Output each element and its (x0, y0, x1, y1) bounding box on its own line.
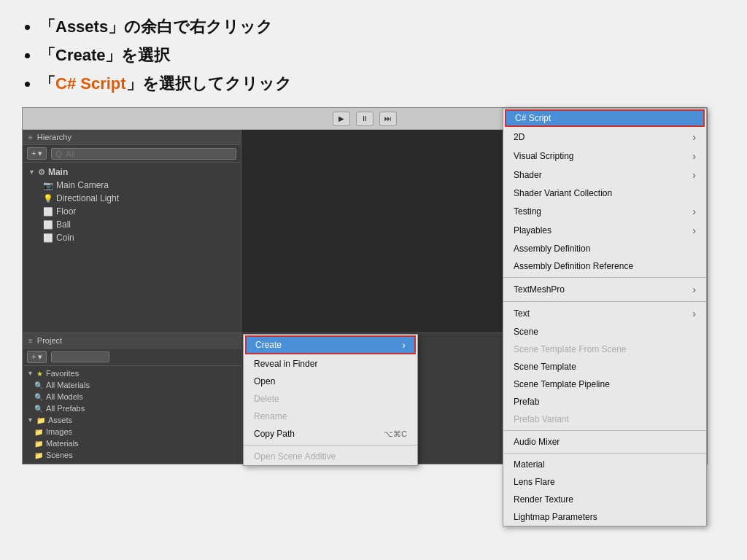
tree-label-main-camera: Main Camera (56, 180, 109, 190)
menu-item-audio-mixer[interactable]: Audio Mixer (503, 433, 706, 451)
menu-prefab-variant-label: Prefab Variant (514, 414, 569, 424)
menu-item-scene-template-pipeline[interactable]: Scene Template Pipeline (503, 376, 706, 393)
menu-item-scene-template[interactable]: Scene Template (503, 358, 706, 376)
scene-icon-light: 💡 (43, 194, 53, 203)
project-search[interactable] (51, 351, 109, 362)
project-all-materials[interactable]: 🔍 All Materials (23, 379, 241, 391)
menu-item-assembly-def[interactable]: Assembly Definition (503, 240, 706, 257)
menu-item-playables[interactable]: Playables (503, 221, 706, 240)
menu-item-scene[interactable]: Scene (503, 323, 706, 341)
menu-item-text[interactable]: Text (503, 304, 706, 323)
menu-item-lightmap[interactable]: Lightmap Parameters (503, 508, 706, 526)
menu-open-label: Open (254, 376, 275, 386)
menu-rename-label: Rename (254, 411, 287, 421)
project-all-prefabs[interactable]: 🔍 All Prefabs (23, 402, 241, 414)
menu-item-2d[interactable]: 2D (503, 128, 706, 147)
tree-label-floor: Floor (56, 206, 76, 217)
hamburger-icon: ≡ (28, 133, 33, 141)
menu-item-testing[interactable]: Testing (503, 202, 706, 221)
menu-audio-mixer-label: Audio Mixer (514, 437, 560, 447)
step-button[interactable]: ⏭ (379, 112, 397, 126)
context-menu-main: C# Script 2D Visual Scripting Shader Sha… (503, 108, 707, 526)
menu-item-shader[interactable]: Shader (503, 166, 706, 184)
menu-2d-label: 2D (514, 132, 525, 142)
menu-csharp-label: C# Script (515, 113, 551, 123)
instruction-3: 「C# Script」を選択してクリック (39, 71, 725, 96)
project-tree: ▼ ★ Favorites 🔍 All Materials 🔍 All Mode… (23, 366, 241, 464)
menu-sep-audio (503, 430, 706, 431)
menu-item-prefab[interactable]: Prefab (503, 393, 706, 411)
project-assets-root[interactable]: ▼ 📁 Assets (23, 414, 241, 426)
menu-item-lens-flare[interactable]: Lens Flare (503, 473, 706, 491)
menu-scene-template-from-label: Scene Template From Scene (514, 344, 627, 354)
menu-item-reveal[interactable]: Reveal in Finder (244, 355, 417, 373)
tree-label-main: Main (48, 167, 68, 177)
scene-icon-coin: ⬜ (43, 233, 53, 243)
project-title: Project (37, 336, 62, 345)
menu-item-assembly-def-ref[interactable]: Assembly Definition Reference (503, 257, 706, 275)
assets-arrow: ▼ (27, 416, 34, 424)
favorites-arrow: ▼ (27, 370, 34, 377)
menu-material-label: Material (514, 459, 545, 470)
menu-delete-label: Delete (254, 394, 279, 404)
project-materials[interactable]: 📁 Materials (23, 438, 241, 449)
menu-item-rename: Rename (244, 408, 417, 425)
hierarchy-item-coin[interactable]: ⬜ Coin (23, 231, 241, 244)
hierarchy-item-directional-light[interactable]: 💡 Directional Light (23, 192, 241, 205)
menu-item-shader-variant[interactable]: Shader Variant Collection (503, 184, 706, 202)
menu-visual-scripting-label: Visual Scripting (514, 151, 574, 161)
hierarchy-item-main[interactable]: ▼ ⚙ Main (23, 166, 241, 179)
all-models-label: All Models (46, 392, 83, 401)
hierarchy-item-main-camera[interactable]: 📷 Main Camera (23, 179, 241, 192)
menu-shader-variant-label: Shader Variant Collection (514, 188, 612, 198)
menu-shader-label: Shader (514, 170, 542, 180)
instruction-2: 「Create」を選択 (39, 43, 725, 67)
menu-item-textmeshpro[interactable]: TextMeshPro (503, 280, 706, 299)
menu-item-open[interactable]: Open (244, 373, 417, 390)
menu-item-csharp[interactable]: C# Script (505, 109, 705, 127)
assets-root-label: Assets (48, 416, 72, 424)
hierarchy-tree: ▼ ⚙ Main 📷 Main Camera 💡 Directional Lig… (23, 163, 241, 332)
hierarchy-item-floor[interactable]: ⬜ Floor (23, 205, 241, 218)
menu-item-visual-scripting[interactable]: Visual Scripting (503, 147, 706, 166)
project-add-button[interactable]: + ▾ (27, 351, 47, 363)
project-images[interactable]: 📁 Images (23, 426, 241, 438)
project-panel: ≡ Project + ▾ ▼ ★ Favorites 🔍 All Materi… (23, 333, 241, 464)
scene-icon-camera: 📷 (43, 181, 53, 190)
hierarchy-header: ≡ Hierarchy (23, 130, 241, 145)
menu-reveal-label: Reveal in Finder (254, 359, 317, 369)
project-all-models[interactable]: 🔍 All Models (23, 391, 241, 402)
scene-icon-floor: ⬜ (43, 207, 53, 217)
play-button[interactable]: ▶ (333, 112, 350, 126)
hierarchy-item-ball[interactable]: ⬜ Ball (23, 218, 241, 231)
all-prefabs-label: All Prefabs (46, 404, 85, 413)
menu-item-prefab-variant: Prefab Variant (503, 411, 706, 428)
menu-lightmap-label: Lightmap Parameters (514, 512, 597, 522)
pause-button[interactable]: ⏸ (356, 112, 374, 126)
instruction-1: 「Assets」の余白で右クリック (39, 15, 725, 39)
menu-separator-1 (244, 445, 417, 446)
hierarchy-add-button[interactable]: + ▾ (27, 147, 47, 160)
project-favorites[interactable]: ▼ ★ Favorites (23, 368, 241, 379)
hierarchy-toolbar: + ▾ (23, 145, 241, 163)
project-scenes[interactable]: 📁 Scenes (23, 449, 241, 461)
project-header: ≡ Project (23, 333, 241, 349)
menu-item-create[interactable]: Create (245, 335, 416, 354)
star-icon: ★ (36, 370, 43, 378)
menu-item-material[interactable]: Material (503, 456, 706, 473)
scenes-folder-icon: 📁 (34, 451, 43, 459)
images-folder-icon: 📁 (34, 428, 43, 436)
scene-icon-ball: ⬜ (43, 220, 53, 230)
favorites-label: Favorites (46, 369, 79, 378)
menu-lens-flare-label: Lens Flare (514, 477, 555, 487)
menu-sep-material (503, 453, 706, 454)
hierarchy-search[interactable] (51, 148, 236, 160)
menu-testing-label: Testing (514, 206, 541, 217)
menu-item-open-additive: Open Scene Additive (244, 448, 417, 465)
hierarchy-title: Hierarchy (37, 133, 71, 141)
menu-prefab-label: Prefab (514, 397, 539, 407)
scene-icon-main: ⚙ (38, 168, 45, 177)
menu-item-copy-path[interactable]: Copy Path ⌥⌘C (244, 425, 417, 443)
menu-item-render-texture[interactable]: Render Texture (503, 491, 706, 508)
tree-label-coin: Coin (56, 233, 74, 243)
